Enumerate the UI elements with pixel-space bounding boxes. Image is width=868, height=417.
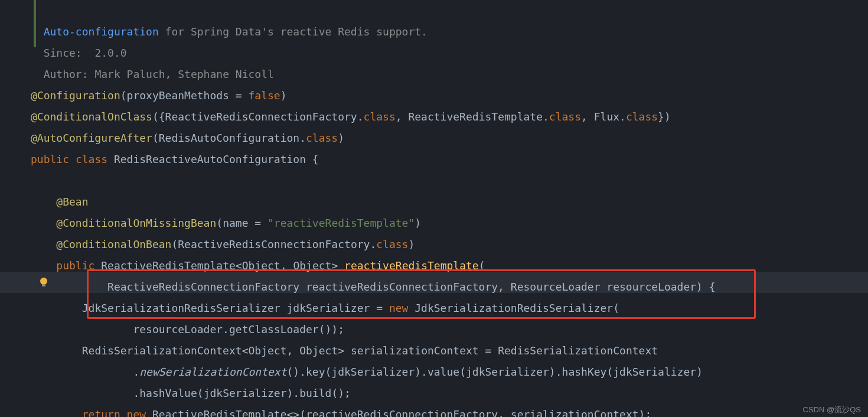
javadoc-since: Since: 2.0.0 [31,47,127,59]
code-line-class-decl: public class RedisReactiveAutoConfigurat… [31,153,319,165]
code-line-annotation-configuration: @Configuration(proxyBeanMethods = false) [31,89,287,102]
code-line-method-params: ReactiveRedisConnectionFactory reactiveR… [31,281,716,293]
watermark: CSDN @流沙QS [803,406,861,413]
code-line-conditional-missing: @ConditionalOnMissingBean(name = "reacti… [31,217,421,229]
code-line-builder-2: .hashValue(jdkSerializer).build(); [31,387,351,399]
code-line-serialization-context: RedisSerializationContext<Object, Object… [31,344,658,357]
code-line-conditional-onbean: @ConditionalOnBean(ReactiveRedisConnecti… [31,238,415,250]
javadoc-line: Auto-configuration for Spring Data's rea… [31,25,428,38]
code-line-annotation-autoconfigureafter: @AutoConfigureAfter(RedisAutoConfigurati… [31,132,344,144]
code-line-blank [31,174,37,187]
code-line-method-decl: public ReactiveRedisTemplate<Object, Obj… [31,259,485,272]
javadoc-link[interactable]: Auto-configuration [44,25,159,38]
code-line-return: return new ReactiveRedisTemplate<>(react… [31,408,651,417]
code-line-bean: @Bean [31,196,89,208]
code-editor[interactable]: Auto-configuration for Spring Data's rea… [31,0,868,417]
code-line-jdk-serializer-arg: resourceLoader.getClassLoader()); [31,323,344,335]
code-line-jdk-serializer-decl: JdkSerializationRedisSerializer jdkSeria… [31,302,619,314]
code-line-builder-1: .newSerializationContext().key(jdkSerial… [31,366,703,378]
code-line-annotation-conditionalonclass: @ConditionalOnClass({ReactiveRedisConnec… [31,110,671,123]
javadoc-author: Author: Mark Paluch, Stephane Nicoll [31,68,274,80]
